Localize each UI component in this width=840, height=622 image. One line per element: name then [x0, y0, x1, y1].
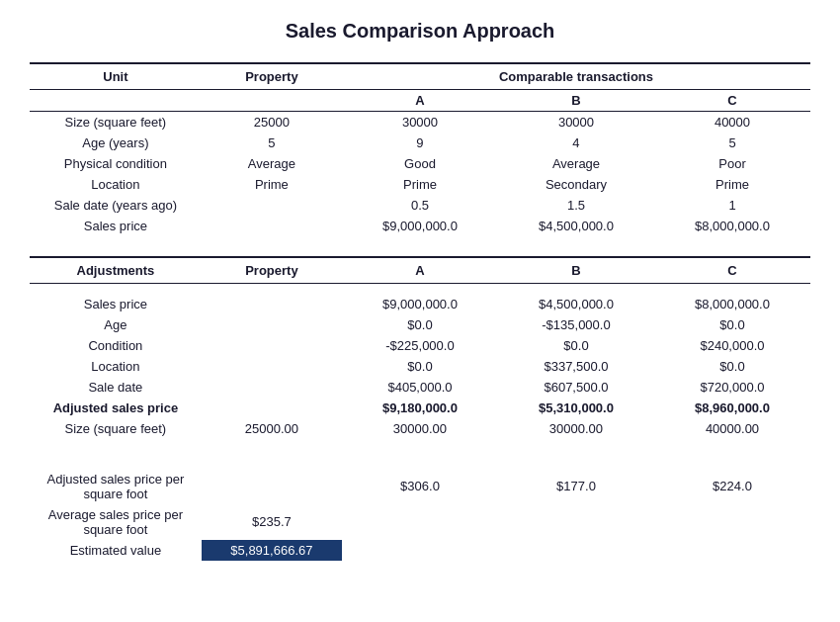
section1-header-row: Unit Property Comparable transactions	[30, 63, 810, 90]
cell-b: $177.0	[498, 469, 654, 504]
cell-c: $240,000.0	[654, 335, 810, 356]
table-row: Age (years) 5 9 4 5	[30, 133, 810, 153]
cell-b: 30000.00	[498, 418, 654, 439]
table-row: Estimated value $5,891,666.67	[30, 540, 810, 561]
cell-property	[202, 294, 342, 314]
cell-property: $235.7	[202, 504, 342, 540]
header-comparable: Comparable transactions	[342, 63, 810, 90]
cell-a	[342, 504, 498, 540]
cell-c: Prime	[654, 174, 810, 195]
table-row: Location $0.0 $337,500.0 $0.0	[30, 356, 810, 377]
table-row: Size (square feet) 25000 30000 30000 400…	[30, 112, 810, 133]
cell-unit: Age (years)	[30, 133, 202, 153]
cell-label: Location	[30, 356, 202, 377]
cell-a: $0.0	[342, 356, 498, 377]
cell-unit: Sale date (years ago)	[30, 195, 202, 216]
cell-a: Prime	[342, 174, 498, 195]
page-title: Sales Comparison Approach	[30, 20, 810, 43]
section1-subheader-row: A B C	[30, 90, 810, 112]
cell-property	[202, 469, 342, 504]
cell-c: 5	[654, 133, 810, 153]
cell-property	[202, 335, 342, 356]
cell-c: 40000.00	[654, 418, 810, 439]
cell-c	[654, 504, 810, 540]
cell-b: $607,500.0	[498, 377, 654, 398]
cell-label: Estimated value	[30, 540, 202, 561]
cell-property	[202, 398, 342, 418]
header-property2: Property	[202, 257, 342, 284]
table-row: Condition -$225,000.0 $0.0 $240,000.0	[30, 335, 810, 356]
cell-c: 40000	[654, 112, 810, 133]
cell-b	[498, 504, 654, 540]
cell-property	[202, 195, 342, 216]
table-row: Sale date $405,000.0 $607,500.0 $720,000…	[30, 377, 810, 398]
table-row: Adjusted sales price per square foot $30…	[30, 469, 810, 504]
cell-a: Good	[342, 153, 498, 174]
cell-b: -$135,000.0	[498, 314, 654, 335]
cell-unit: Sales price	[30, 216, 202, 236]
cell-b: $337,500.0	[498, 356, 654, 377]
cell-b: $0.0	[498, 335, 654, 356]
table-row: Age $0.0 -$135,000.0 $0.0	[30, 314, 810, 335]
cell-label: Average sales price per square foot	[30, 504, 202, 540]
cell-a: $0.0	[342, 314, 498, 335]
subheader-c: C	[654, 90, 810, 112]
cell-c: $224.0	[654, 469, 810, 504]
header-a2: A	[342, 257, 498, 284]
cell-property: 25000	[202, 112, 342, 133]
cell-a: 30000.00	[342, 418, 498, 439]
subheader-property-empty	[202, 90, 342, 112]
cell-label: Sale date	[30, 377, 202, 398]
table-row: Adjusted sales price $9,180,000.0 $5,310…	[30, 398, 810, 418]
table-row: Sales price $9,000,000.0 $4,500,000.0 $8…	[30, 294, 810, 314]
cell-label: Adjusted sales price per square foot	[30, 469, 202, 504]
header-adjustments: Adjustments	[30, 257, 202, 284]
cell-a: 9	[342, 133, 498, 153]
table-row: Sale date (years ago) 0.5 1.5 1	[30, 195, 810, 216]
cell-property: Average	[202, 153, 342, 174]
cell-property: 5	[202, 133, 342, 153]
table-row: Size (square feet) 25000.00 30000.00 300…	[30, 418, 810, 439]
cell-c: $0.0	[654, 314, 810, 335]
cell-estimated-value: $5,891,666.67	[202, 540, 342, 561]
cell-b: Secondary	[498, 174, 654, 195]
cell-property	[202, 216, 342, 236]
cell-label: Sales price	[30, 294, 202, 314]
cell-property	[202, 356, 342, 377]
table-row: Physical condition Average Good Average …	[30, 153, 810, 174]
cell-property	[202, 377, 342, 398]
cell-a: $9,000,000.0	[342, 216, 498, 236]
cell-b: 1.5	[498, 195, 654, 216]
subheader-unit-empty	[30, 90, 202, 112]
section2-table: Adjustments Property A B C Sales price $…	[30, 256, 810, 449]
cell-b: $5,310,000.0	[498, 398, 654, 418]
cell-c: $8,000,000.0	[654, 216, 810, 236]
cell-c: $8,000,000.0	[654, 294, 810, 314]
header-c2: C	[654, 257, 810, 284]
cell-label: Adjusted sales price	[30, 398, 202, 418]
cell-unit: Size (square feet)	[30, 112, 202, 133]
cell-b: 4	[498, 133, 654, 153]
header-b2: B	[498, 257, 654, 284]
section3-table: Adjusted sales price per square foot $30…	[30, 469, 810, 561]
cell-a: -$225,000.0	[342, 335, 498, 356]
cell-unit: Physical condition	[30, 153, 202, 174]
header-unit: Unit	[30, 63, 202, 90]
cell-a: $405,000.0	[342, 377, 498, 398]
cell-a: $9,180,000.0	[342, 398, 498, 418]
cell-b: 30000	[498, 112, 654, 133]
cell-a: $306.0	[342, 469, 498, 504]
cell-b: $4,500,000.0	[498, 294, 654, 314]
table-row: Location Prime Prime Secondary Prime	[30, 174, 810, 195]
cell-label: Size (square feet)	[30, 418, 202, 439]
table-row: Average sales price per square foot $235…	[30, 504, 810, 540]
section1-table: Unit Property Comparable transactions A …	[30, 62, 810, 236]
section2-header-row: Adjustments Property A B C	[30, 257, 810, 284]
cell-a: 0.5	[342, 195, 498, 216]
cell-b: Average	[498, 153, 654, 174]
subheader-a: A	[342, 90, 498, 112]
cell-property: 25000.00	[202, 418, 342, 439]
cell-a: $9,000,000.0	[342, 294, 498, 314]
cell-unit: Location	[30, 174, 202, 195]
cell-property	[202, 314, 342, 335]
